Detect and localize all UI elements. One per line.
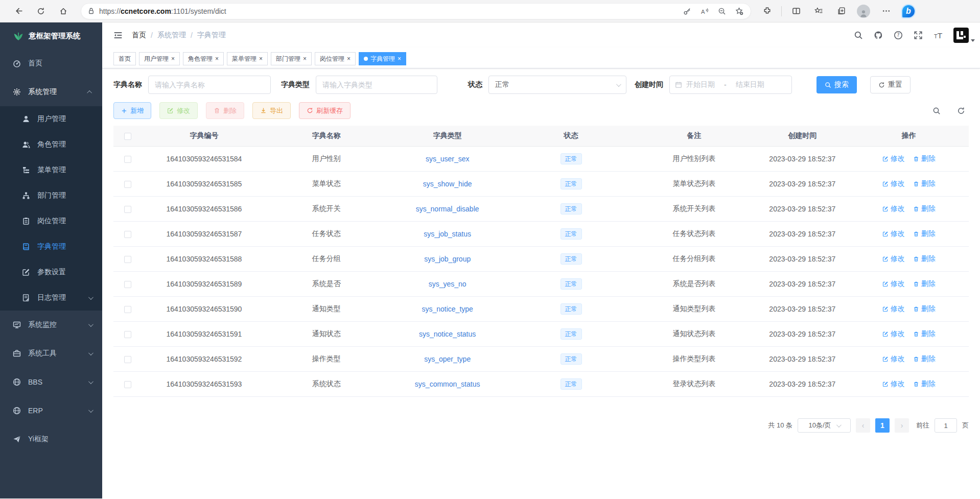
sidebar-item[interactable]: 系统监控 — [0, 311, 102, 339]
split-screen-icon[interactable] — [788, 4, 804, 19]
collapse-sidebar-icon[interactable] — [113, 31, 123, 40]
breadcrumb-home[interactable]: 首页 — [132, 31, 146, 40]
dict-type-link[interactable]: sys_job_group — [424, 255, 471, 263]
row-checkbox[interactable] — [124, 381, 131, 388]
sidebar-subitem[interactable]: 岗位管理 — [0, 208, 102, 234]
row-delete-link[interactable]: 删除 — [913, 354, 936, 364]
row-edit-link[interactable]: 修改 — [882, 304, 905, 314]
row-checkbox[interactable] — [124, 356, 131, 363]
row-delete-link[interactable]: 删除 — [913, 254, 936, 264]
sidebar-item-system-management[interactable]: 系统管理 — [0, 78, 102, 106]
address-bar[interactable]: https://ccnetcore.com:1101/system/dict — [81, 3, 751, 19]
sidebar-item[interactable]: BBS — [0, 368, 102, 396]
browser-back-button[interactable] — [11, 4, 26, 19]
row-delete-link[interactable]: 删除 — [913, 154, 936, 163]
dict-type-link[interactable]: sys_yes_no — [429, 280, 466, 288]
row-edit-link[interactable]: 修改 — [882, 204, 905, 213]
row-edit-link[interactable]: 修改 — [882, 354, 905, 364]
dict-type-link[interactable]: sys_notice_type — [422, 305, 473, 313]
close-tab-icon[interactable]: × — [347, 56, 351, 62]
header-search-icon[interactable] — [854, 31, 863, 40]
row-checkbox[interactable] — [124, 306, 131, 313]
collections-icon[interactable] — [833, 4, 849, 19]
close-tab-icon[interactable]: × — [259, 56, 263, 62]
dict-type-link[interactable]: sys_normal_disable — [416, 205, 479, 213]
row-delete-link[interactable]: 删除 — [913, 229, 936, 239]
select-all-checkbox[interactable] — [124, 133, 131, 140]
help-icon[interactable] — [894, 31, 903, 40]
row-checkbox[interactable] — [124, 331, 131, 338]
font-size-icon[interactable] — [934, 31, 943, 40]
bing-chat-icon[interactable]: b — [901, 4, 916, 19]
page-tab[interactable]: 岗位管理 × — [315, 52, 356, 65]
browser-home-button[interactable] — [56, 4, 71, 19]
row-delete-link[interactable]: 删除 — [913, 329, 936, 339]
row-delete-link[interactable]: 删除 — [913, 304, 936, 314]
row-edit-link[interactable]: 修改 — [882, 154, 905, 163]
page-tab[interactable]: 菜单管理 × — [227, 52, 268, 65]
row-delete-link[interactable]: 删除 — [913, 179, 936, 188]
edit-button[interactable]: 修改 — [159, 102, 198, 119]
row-edit-link[interactable]: 修改 — [882, 229, 905, 239]
row-checkbox[interactable] — [124, 181, 131, 188]
favorites-icon[interactable] — [811, 4, 826, 19]
dict-type-input[interactable] — [316, 76, 437, 94]
next-page-button[interactable]: › — [895, 418, 909, 433]
browser-refresh-button[interactable] — [33, 4, 49, 19]
row-checkbox[interactable] — [124, 156, 131, 163]
dict-name-input[interactable] — [148, 76, 271, 94]
sidebar-item[interactable]: ERP — [0, 396, 102, 425]
add-button[interactable]: 新增 — [113, 102, 151, 119]
github-icon[interactable] — [874, 31, 883, 40]
sidebar-subitem[interactable]: 用户管理 — [0, 106, 102, 132]
sidebar-subitem[interactable]: 角色管理 — [0, 132, 102, 157]
sidebar-subitem[interactable]: 日志管理 — [0, 285, 102, 311]
row-edit-link[interactable]: 修改 — [882, 254, 905, 264]
dict-type-link[interactable]: sys_common_status — [415, 380, 480, 388]
row-delete-link[interactable]: 删除 — [913, 279, 936, 289]
goto-page-input[interactable] — [935, 418, 957, 433]
row-checkbox[interactable] — [124, 281, 131, 288]
sidebar-subitem[interactable]: 字典管理 — [0, 234, 102, 259]
sidebar-item[interactable]: 系统工具 — [0, 339, 102, 368]
sidebar-item[interactable]: Yi框架 — [0, 425, 102, 454]
row-edit-link[interactable]: 修改 — [882, 379, 905, 389]
browser-profile-avatar[interactable] — [856, 4, 871, 19]
current-page-button[interactable]: 1 — [875, 418, 890, 433]
add-favorite-star-icon[interactable] — [732, 4, 746, 18]
dict-type-link[interactable]: sys_oper_type — [424, 355, 471, 363]
fullscreen-icon[interactable] — [914, 31, 923, 40]
dict-type-link[interactable]: sys_user_sex — [426, 155, 470, 163]
user-avatar[interactable] — [953, 28, 969, 43]
close-tab-icon[interactable]: × — [215, 56, 219, 62]
password-key-icon[interactable] — [680, 4, 694, 18]
page-tab[interactable]: 角色管理 × — [183, 52, 224, 65]
row-edit-link[interactable]: 修改 — [882, 329, 905, 339]
prev-page-button[interactable]: ‹ — [856, 418, 870, 433]
page-size-select[interactable]: 10条/页 — [798, 418, 851, 433]
site-lock-icon[interactable] — [87, 7, 95, 15]
close-tab-icon[interactable]: × — [171, 56, 175, 62]
refresh-cache-button[interactable]: 刷新缓存 — [299, 102, 351, 119]
page-tab[interactable]: 用户管理 × — [139, 52, 180, 65]
table-refresh-button[interactable] — [953, 103, 969, 118]
search-button[interactable]: 搜索 — [816, 76, 857, 93]
row-checkbox[interactable] — [124, 256, 131, 263]
row-delete-link[interactable]: 删除 — [913, 379, 936, 389]
dict-type-link[interactable]: sys_show_hide — [423, 180, 472, 188]
date-range-picker[interactable]: 开始日期 - 结束日期 — [669, 76, 792, 94]
reset-button[interactable]: 重置 — [870, 76, 911, 93]
browser-more-menu-icon[interactable] — [878, 4, 894, 19]
dict-type-link[interactable]: sys_job_status — [424, 230, 471, 238]
export-button[interactable]: 导出 — [252, 102, 291, 119]
delete-button[interactable]: 删除 — [206, 102, 244, 119]
close-tab-icon[interactable]: × — [398, 56, 401, 62]
page-tab[interactable]: 部门管理 × — [271, 52, 312, 65]
close-tab-icon[interactable]: × — [303, 56, 307, 62]
sidebar-subitem[interactable]: 参数设置 — [0, 259, 102, 285]
row-edit-link[interactable]: 修改 — [882, 279, 905, 289]
read-aloud-icon[interactable] — [697, 4, 712, 18]
sidebar-item-home[interactable]: 首页 — [0, 49, 102, 78]
page-tab[interactable]: 字典管理 × — [359, 52, 406, 65]
sidebar-subitem[interactable]: 部门管理 — [0, 183, 102, 208]
